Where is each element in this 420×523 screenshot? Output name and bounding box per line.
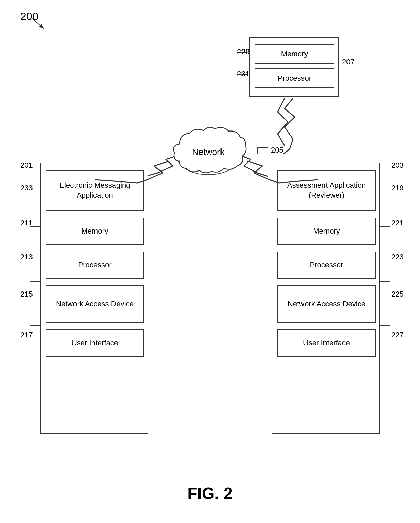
- right-memory-label: Memory: [313, 226, 340, 236]
- right-device-outer-box: Assessment Application (Reviewer) Memory…: [272, 163, 380, 434]
- network-cloud-svg: Network: [169, 124, 247, 178]
- svg-text:Network: Network: [192, 147, 225, 157]
- ref-217: 217: [20, 330, 33, 339]
- server-memory-box: Memory: [255, 44, 334, 64]
- right-nad-label: Network Access Device: [288, 299, 365, 309]
- left-memory-box: Memory: [46, 218, 144, 245]
- right-nad-box: Network Access Device: [277, 285, 376, 323]
- ref-219: 219: [391, 184, 404, 193]
- ref-203: 203: [391, 161, 404, 170]
- left-nad-box: Network Access Device: [46, 285, 144, 323]
- svg-marker-14: [39, 24, 44, 29]
- left-processor-box: Processor: [46, 252, 144, 279]
- left-nad-label: Network Access Device: [56, 299, 134, 309]
- ref-229: 229: [237, 47, 250, 56]
- right-app-label: Assessment Application (Reviewer): [278, 181, 375, 200]
- left-ui-label: User Interface: [71, 338, 118, 348]
- figure-label: FIG. 2: [187, 484, 232, 503]
- right-processor-box: Processor: [277, 252, 376, 279]
- right-ui-box: User Interface: [277, 329, 376, 357]
- left-device-outer-box: Electronic Messaging Application Memory …: [40, 163, 148, 434]
- ref-231: 231: [237, 69, 250, 78]
- left-app-label: Electronic Messaging Application: [46, 181, 143, 200]
- right-memory-box: Memory: [277, 218, 376, 245]
- right-ui-label: User Interface: [303, 338, 350, 348]
- left-memory-label: Memory: [81, 226, 108, 236]
- diagram: 200 Memory Processor 229 231 207: [0, 0, 420, 523]
- ref-227: 227: [391, 330, 404, 339]
- ref-233: 233: [20, 184, 33, 193]
- ref-215: 215: [20, 290, 33, 299]
- ref-207: 207: [342, 58, 355, 66]
- ref-211: 211: [20, 219, 33, 227]
- right-processor-label: Processor: [310, 260, 343, 270]
- figure-number: 200: [20, 10, 38, 23]
- ref-223: 223: [391, 253, 404, 261]
- network-cloud-container: Network: [169, 124, 247, 178]
- ref-201: 201: [20, 161, 33, 170]
- server-outer-box: Memory Processor: [249, 37, 339, 97]
- server-processor-box: Processor: [255, 68, 334, 88]
- left-processor-label: Processor: [78, 260, 111, 270]
- server-memory-label: Memory: [281, 49, 308, 59]
- ref-225: 225: [391, 290, 404, 299]
- ref-213: 213: [20, 253, 33, 261]
- left-app-box: Electronic Messaging Application: [46, 170, 144, 211]
- ref-205: 205: [271, 146, 284, 155]
- ref-221: 221: [391, 219, 404, 227]
- right-app-box: Assessment Application (Reviewer): [277, 170, 376, 211]
- left-ui-box: User Interface: [46, 329, 144, 357]
- server-processor-label: Processor: [278, 74, 311, 83]
